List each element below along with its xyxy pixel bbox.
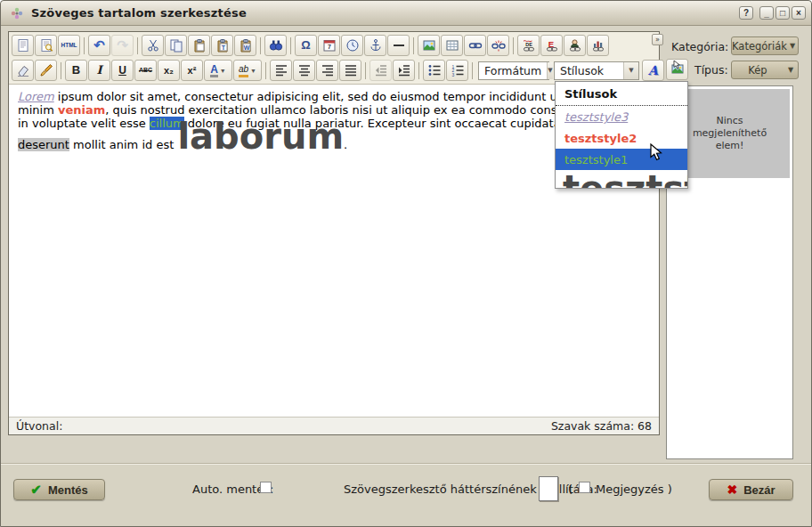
italic-icon: I — [96, 64, 102, 77]
about-icon: A — [648, 64, 658, 77]
dialog-window: Szöveges tartalom szerkesztése ?_□× HTML… — [0, 0, 812, 527]
collapse-toolbar-button[interactable]: » — [652, 34, 663, 45]
horizontal-rule-button[interactable] — [387, 35, 410, 56]
insert-image-button[interactable] — [418, 35, 440, 56]
italic-button[interactable]: I — [88, 60, 110, 81]
align-justify-button[interactable] — [339, 60, 361, 81]
dialog-body: HTML↶↷TWΩ7DEE BIUABCx₂x²A▼ab▼123Formátum… — [1, 26, 811, 463]
underline-icon: U — [118, 64, 126, 77]
new-page-button[interactable] — [12, 35, 34, 56]
paste-button[interactable] — [188, 35, 210, 56]
styles-combo[interactable]: Stílusok▼ — [554, 61, 639, 80]
style-option-tesztstyle1[interactable]: tesztstyle1 — [556, 149, 687, 170]
bullet-list-button[interactable] — [423, 60, 445, 81]
svg-text:W: W — [243, 45, 249, 51]
highlight-color-button[interactable]: ab▼ — [233, 60, 262, 81]
html-source-button[interactable]: HTML — [58, 35, 80, 56]
link-chart-button[interactable] — [587, 35, 609, 56]
paste-word-icon: W — [239, 38, 253, 53]
toolbar-row-2: BIUABCx₂x²A▼ab▼123Formátum▼Stílusok▼A — [9, 58, 659, 83]
close-button[interactable]: × — [792, 6, 806, 20]
style-option-tesztstyle2[interactable]: tesztstyle2 — [556, 127, 687, 149]
select-image-button[interactable] — [666, 59, 688, 80]
redo-icon: ↷ — [117, 39, 128, 52]
close-button[interactable]: ✖ Bezár — [709, 479, 793, 500]
category-dropdown-button[interactable]: Kategóriák ▼ — [731, 36, 799, 55]
find-button[interactable] — [264, 35, 287, 56]
special-char-button[interactable]: Ω — [295, 35, 317, 56]
window-controls: ?_□× — [739, 6, 806, 20]
copy-icon — [169, 38, 183, 53]
strikethrough-button[interactable]: ABC — [134, 60, 157, 81]
format-brush-button[interactable] — [35, 60, 57, 81]
style-option-tesztsty[interactable]: tesztsty — [556, 170, 687, 189]
indent-button[interactable] — [393, 60, 415, 81]
style-option-tesztstyle3[interactable]: tesztstyle3 — [556, 106, 687, 127]
editor-statusbar: Útvonal: Szavak száma: 68 — [9, 417, 659, 434]
help-icon: ? — [743, 9, 749, 18]
bold-icon: B — [72, 64, 80, 77]
cut-button[interactable] — [142, 35, 164, 56]
chevron-down-icon: ▼ — [547, 62, 552, 79]
text-color-button[interactable]: A▼ — [204, 60, 232, 81]
help-button[interactable]: ? — [739, 6, 753, 20]
comment-label: Megjegyzés ) — [596, 482, 672, 496]
align-center-button[interactable] — [293, 60, 315, 81]
type-dropdown-button[interactable]: Kép ▼ — [731, 61, 799, 79]
toolbar-separator — [365, 62, 366, 79]
path-label: Útvonal: — [16, 419, 62, 433]
insert-date-button[interactable]: 7 — [318, 35, 340, 56]
insert-table-button[interactable] — [441, 35, 463, 56]
remove-link-button[interactable] — [487, 35, 509, 56]
numbered-list-button[interactable]: 123 — [446, 60, 468, 81]
align-right-button[interactable] — [316, 60, 338, 81]
undo-icon: ↶ — [93, 39, 105, 52]
about-button[interactable]: A — [642, 60, 664, 81]
save-button[interactable]: ✔ Mentés — [13, 479, 105, 500]
chevron-down-icon: ▼ — [787, 42, 798, 50]
paren-open: ( — [568, 482, 572, 496]
bold-button[interactable]: B — [65, 60, 87, 81]
toolbar-separator — [84, 37, 85, 54]
find-icon — [269, 38, 283, 53]
toolbar-separator — [137, 37, 138, 54]
align-left-button[interactable] — [270, 60, 292, 81]
autosave-checkbox[interactable] — [260, 482, 272, 493]
superscript-button[interactable]: x² — [181, 60, 203, 81]
minimize-button[interactable]: _ — [759, 6, 774, 20]
undo-button[interactable]: ↶ — [88, 35, 110, 56]
subscript-button[interactable]: x₂ — [158, 60, 180, 81]
insert-time-button[interactable] — [341, 35, 363, 56]
format-combo[interactable]: Formátum▼ — [478, 61, 549, 80]
link-e-icon: E — [545, 38, 559, 53]
background-color-swatch[interactable] — [539, 476, 558, 501]
toolbar-separator — [413, 37, 414, 54]
comment-checkbox[interactable] — [579, 482, 590, 493]
chevron-down-icon: ▼ — [623, 62, 638, 79]
paste-text-button[interactable]: T — [211, 35, 233, 56]
paste-word-button[interactable]: W — [234, 35, 256, 56]
remove-format-button[interactable] — [12, 60, 34, 81]
align-left-icon — [274, 63, 288, 77]
background-color-label: Szövegszerkesztő háttérszínének átállítá… — [344, 482, 597, 496]
redo-button: ↷ — [111, 35, 134, 56]
anchor-button[interactable] — [364, 35, 386, 56]
superscript-icon: x² — [188, 64, 197, 77]
underline-button[interactable]: U — [111, 60, 134, 81]
copy-button[interactable] — [165, 35, 187, 56]
preview-button[interactable] — [35, 35, 57, 56]
maximize-button[interactable]: □ — [775, 6, 790, 20]
insert-link-button[interactable] — [464, 35, 486, 56]
link-de-button[interactable]: DE — [517, 35, 540, 56]
check-icon: ✔ — [30, 482, 42, 498]
app-icon — [10, 6, 24, 20]
link-e-button[interactable]: E — [540, 35, 563, 56]
word-count: Szavak száma: 68 — [551, 419, 652, 433]
select-image-icon — [670, 61, 685, 78]
paste-text-icon: T — [215, 38, 230, 53]
format-brush-icon — [39, 63, 53, 77]
footer-bar: ✔ Mentés Auto. mentés: Szövegszerkesztő … — [1, 463, 812, 527]
cut-icon — [146, 38, 160, 53]
align-right-icon — [321, 63, 335, 77]
link-person-button[interactable] — [564, 35, 586, 56]
